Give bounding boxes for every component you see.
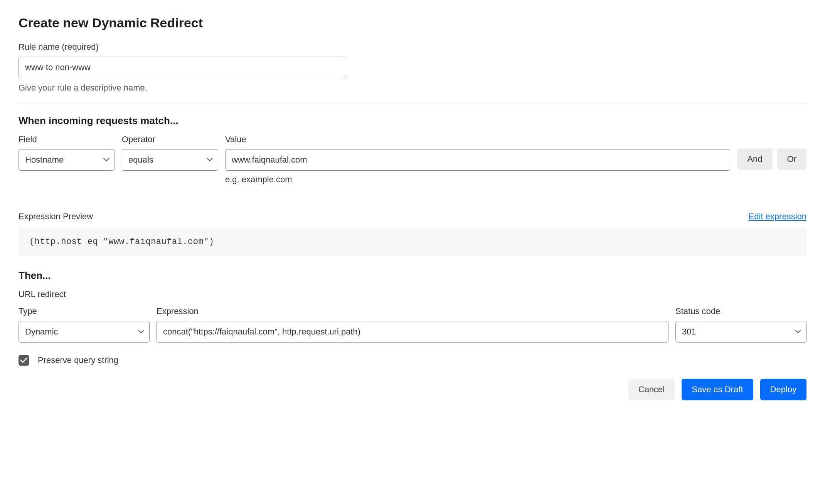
and-button[interactable]: And bbox=[737, 148, 772, 170]
status-select[interactable]: 301 bbox=[675, 321, 806, 343]
expression-preview-label: Expression Preview bbox=[19, 212, 93, 222]
preserve-query-checkbox[interactable] bbox=[19, 355, 29, 366]
operator-select[interactable]: equals bbox=[122, 149, 218, 171]
save-as-draft-button[interactable]: Save as Draft bbox=[682, 379, 753, 400]
match-heading: When incoming requests match... bbox=[19, 115, 806, 127]
expression-input[interactable] bbox=[157, 321, 668, 343]
rule-name-label: Rule name (required) bbox=[19, 42, 806, 52]
value-label: Value bbox=[225, 134, 730, 144]
rule-name-group: Rule name (required) Give your rule a de… bbox=[19, 42, 806, 93]
divider bbox=[19, 104, 806, 104]
or-button[interactable]: Or bbox=[777, 148, 806, 170]
cancel-button[interactable]: Cancel bbox=[628, 379, 675, 400]
deploy-button[interactable]: Deploy bbox=[760, 379, 806, 400]
preview-header: Expression Preview Edit expression bbox=[19, 212, 806, 222]
value-hint: e.g. example.com bbox=[225, 175, 730, 185]
preserve-query-row: Preserve query string bbox=[19, 355, 806, 366]
type-select[interactable]: Dynamic bbox=[19, 321, 150, 343]
preserve-query-label: Preserve query string bbox=[38, 355, 118, 365]
edit-expression-link[interactable]: Edit expression bbox=[749, 212, 806, 222]
match-row: Field Hostname Operator equals Value e.g… bbox=[19, 134, 806, 185]
field-label: Field bbox=[19, 134, 115, 144]
operator-label: Operator bbox=[122, 134, 218, 144]
expression-label: Expression bbox=[157, 306, 668, 316]
then-heading: Then... bbox=[19, 270, 806, 282]
then-subheading: URL redirect bbox=[19, 289, 806, 299]
value-input[interactable] bbox=[225, 149, 730, 171]
field-select[interactable]: Hostname bbox=[19, 149, 115, 171]
footer-buttons: Cancel Save as Draft Deploy bbox=[19, 379, 806, 400]
type-label: Type bbox=[19, 306, 150, 316]
expression-preview: (http.host eq "www.faiqnaufal.com") bbox=[19, 228, 806, 256]
then-row: Type Dynamic Expression Status code 301 bbox=[19, 306, 806, 343]
check-icon bbox=[20, 358, 27, 363]
page-title: Create new Dynamic Redirect bbox=[19, 15, 806, 30]
rule-name-helper: Give your rule a descriptive name. bbox=[19, 83, 806, 93]
rule-name-input[interactable] bbox=[19, 57, 346, 78]
status-label: Status code bbox=[675, 306, 806, 316]
